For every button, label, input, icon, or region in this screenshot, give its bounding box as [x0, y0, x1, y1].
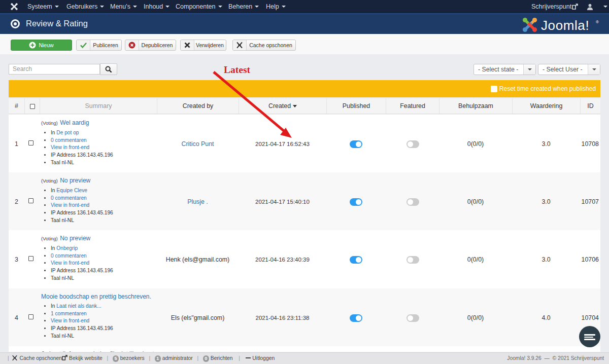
svg-text:®: ® — [596, 20, 599, 24]
svg-text:Joomla!: Joomla! — [541, 18, 589, 33]
